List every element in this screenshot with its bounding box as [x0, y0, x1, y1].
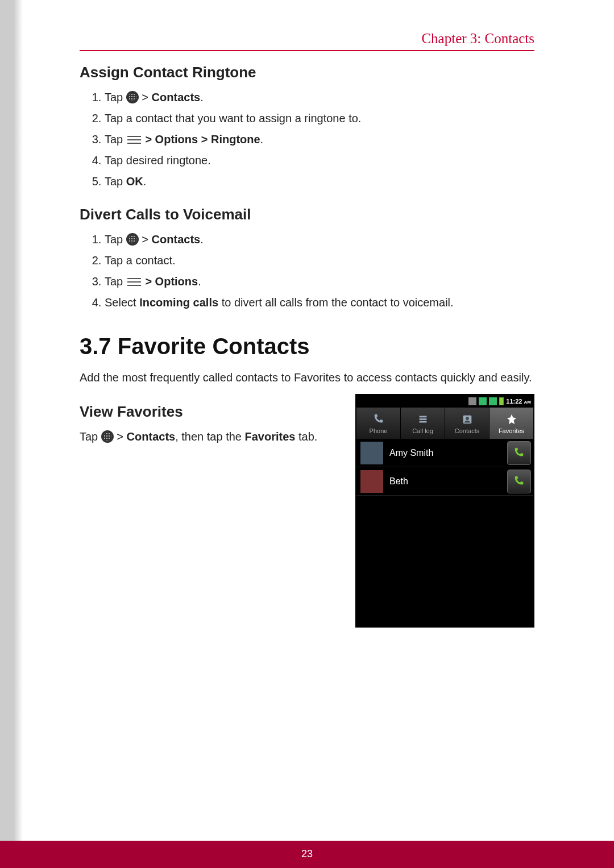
phone-frame: 11:22 AM Phone Ca [355, 394, 534, 628]
step-4: Tap desired ringtone. [105, 152, 534, 169]
step-2: Tap a contact that you want to assign a … [105, 110, 534, 127]
step-1: Tap > Contacts. [105, 89, 534, 106]
svg-point-4 [466, 417, 469, 420]
tab-contacts[interactable]: Contacts [445, 408, 489, 439]
section-title-view-favorites: View Favorites [80, 403, 344, 421]
step-bold: Contacts [127, 430, 176, 443]
step-text: . [198, 275, 201, 288]
contact-avatar [360, 441, 384, 465]
step-3: Tap > Options > Ringtone. [105, 131, 534, 148]
view-favorites-text: View Favorites Tap > Contacts, then tap … [80, 392, 344, 451]
manual-page: Chapter 3: Contacts Assign Contact Ringt… [0, 0, 614, 868]
network-icon [489, 397, 497, 405]
phone-screenshot: 11:22 AM Phone Ca [355, 392, 534, 628]
section-title-divert-calls: Divert Calls to Voicemail [80, 206, 534, 223]
steps-divert-calls: Tap > Contacts. Tap a contact. Tap > Opt… [80, 231, 534, 311]
contact-avatar [360, 470, 384, 493]
svg-rect-0 [419, 416, 426, 417]
phone-icon [372, 413, 385, 426]
chapter-header: Chapter 3: Contacts [80, 31, 534, 51]
call-button[interactable] [507, 470, 531, 493]
step-text: Select [105, 296, 139, 309]
battery-icon [499, 397, 504, 405]
signal-icon [479, 397, 487, 405]
step-text: Tap [105, 233, 126, 246]
step-text: . [260, 133, 264, 146]
apps-icon [101, 430, 114, 443]
tab-call-log[interactable]: Call log [401, 408, 445, 439]
tab-favorites[interactable]: Favorites [489, 408, 533, 439]
step-text: . [143, 175, 147, 188]
tab-label: Contacts [455, 427, 479, 434]
apps-icon [126, 233, 139, 246]
step-text: Tap [105, 133, 126, 146]
step-bold: Contacts [152, 233, 201, 246]
call-button[interactable] [507, 441, 531, 465]
step-text: , then tap the [175, 430, 244, 443]
step-1: Tap > Contacts. [105, 231, 534, 248]
svg-rect-1 [419, 418, 426, 420]
page-footer: 23 [0, 841, 614, 868]
step-text: tab. [295, 430, 317, 443]
step-text: Tap [80, 430, 101, 443]
page-number: 23 [0, 848, 614, 860]
step-text: > [114, 430, 127, 443]
contacts-icon [460, 413, 474, 426]
time-ampm: AM [524, 400, 531, 405]
step-3: Tap > Options. [105, 273, 534, 290]
menu-icon [126, 277, 142, 287]
view-favorites-line: Tap > Contacts, then tap the Favorites t… [80, 429, 344, 445]
section-title-favorite-contacts: 3.7 Favorite Contacts [80, 334, 534, 359]
page-content: Chapter 3: Contacts Assign Contact Ringt… [80, 31, 534, 628]
step-text: . [200, 91, 204, 103]
step-text: Tap [105, 275, 126, 288]
step-2: Tap a contact. [105, 252, 534, 269]
left-shadow [0, 0, 23, 841]
tab-label: Call log [412, 427, 433, 434]
menu-icon [126, 135, 142, 145]
step-bold: > Options [145, 275, 198, 288]
step-bold: Contacts [152, 91, 201, 103]
step-text: Tap [105, 175, 126, 188]
svg-rect-2 [419, 421, 426, 422]
step-text: > [139, 91, 152, 103]
tab-label: Phone [370, 427, 388, 434]
step-bold: Favorites [245, 430, 296, 443]
favorite-row[interactable]: Amy Smith [356, 439, 533, 467]
step-text: . [200, 233, 204, 246]
status-icon [468, 397, 476, 405]
step-5: Tap OK. [105, 173, 534, 190]
section-title-assign-ringtone: Assign Contact Ringtone [80, 64, 534, 81]
star-icon [505, 413, 518, 426]
status-bar: 11:22 AM [356, 395, 533, 408]
contact-name: Amy Smith [387, 448, 507, 458]
tab-bar: Phone Call log Contacts [356, 408, 533, 439]
intro-paragraph: Add the most frequently called contacts … [80, 369, 534, 386]
tab-label: Favorites [499, 427, 524, 434]
step-text: to divert all calls from the contact to … [218, 296, 454, 309]
favorite-row[interactable]: Beth [356, 467, 533, 496]
step-bold: Incoming calls [139, 296, 218, 309]
view-favorites-row: View Favorites Tap > Contacts, then tap … [80, 392, 534, 628]
tab-phone[interactable]: Phone [356, 408, 401, 439]
step-bold: > Options > Ringtone [145, 133, 260, 146]
step-text: Tap [105, 91, 126, 103]
time-value: 11:22 [506, 398, 522, 405]
contact-name: Beth [387, 476, 507, 487]
apps-icon [126, 91, 139, 103]
step-text: > [139, 233, 152, 246]
step-4: Select Incoming calls to divert all call… [105, 294, 534, 311]
step-bold: OK [126, 175, 143, 188]
steps-assign-ringtone: Tap > Contacts. Tap a contact that you w… [80, 89, 534, 190]
clock-time: 11:22 AM [506, 398, 531, 405]
list-icon [416, 413, 430, 426]
favorites-list: Amy Smith Beth [356, 439, 533, 626]
